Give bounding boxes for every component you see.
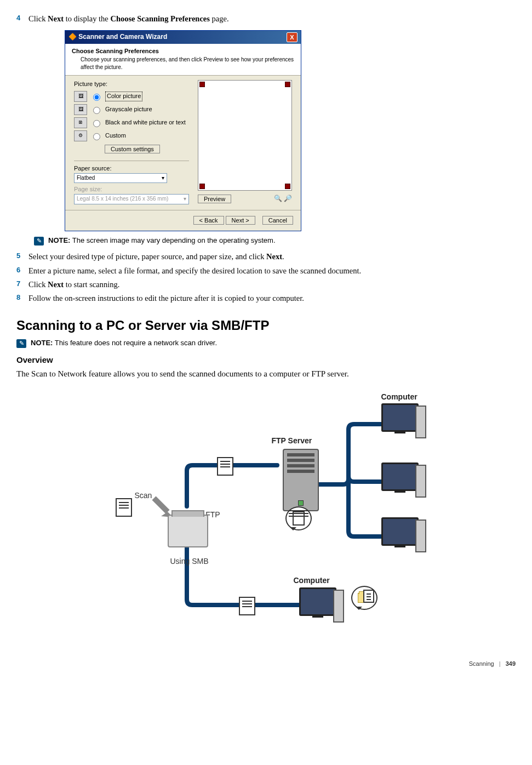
document-icon [293, 511, 305, 526]
label-computer-top: Computer [381, 391, 417, 402]
picture-type-label: Picture type: [74, 80, 189, 89]
page-footer: Scanning | 349 [16, 660, 516, 669]
computer-icon [299, 587, 344, 624]
step-number: 4 [16, 13, 28, 24]
computer-icon [381, 517, 426, 553]
label-computer-bottom: Computer [294, 575, 330, 586]
next-button[interactable]: Next > [226, 216, 255, 225]
network-diagram: Computer FTP Server Scan Using FTP Using… [91, 391, 442, 638]
paper-source-select[interactable]: Flatbed▾ [74, 173, 167, 184]
printer-icon [168, 515, 208, 547]
note-no-driver: ✎ NOTE: This feature does not require a … [16, 338, 516, 349]
note-icon: ✎ [34, 237, 44, 246]
section-heading: Scanning to a PC or Server via SMB/FTP [16, 316, 516, 335]
label-scan: Scan [135, 490, 152, 501]
preview-area [198, 80, 292, 191]
step-text: Click Next to display the Choose Scannin… [28, 13, 516, 25]
chevron-down-icon: ▾ [184, 195, 186, 203]
picture-color-icon: 🖼 [74, 91, 87, 102]
wizard-titlebar: 🔶 Scanner and Camera Wizard X [65, 31, 301, 44]
computer-icon [381, 403, 426, 439]
page-size-label: Page size: [74, 185, 189, 194]
document-icon [239, 597, 255, 615]
chevron-down-icon: ▾ [162, 174, 164, 182]
step-4: 4 Click Next to display the Choose Scann… [16, 13, 516, 25]
page-size-select: Legal 8.5 x 14 inches (216 x 356 mm)▾ [74, 194, 189, 204]
close-icon[interactable]: X [287, 32, 298, 42]
picture-custom-icon: ⚙ [74, 130, 87, 141]
picture-gray-icon: 🖼 [74, 104, 87, 115]
overview-heading: Overview [16, 354, 516, 366]
document-icon [116, 498, 132, 517]
step-6: 6 Enter a picture name, select a file fo… [16, 265, 516, 277]
wizard-dialog: 🔶 Scanner and Camera Wizard X Choose Sca… [65, 30, 301, 231]
preview-button[interactable]: Preview [198, 195, 231, 203]
note-os-vary: ✎ NOTE: The screen image may vary depend… [34, 236, 516, 246]
zoom-icons[interactable]: 🔍 🔎 [274, 194, 292, 203]
option-color[interactable]: 🖼 Color picture [74, 91, 189, 102]
wizard-header: Choose Scanning Preferences Choose your … [65, 44, 301, 76]
custom-settings-button[interactable]: Custom settings [105, 145, 160, 153]
note-icon: ✎ [16, 339, 26, 348]
option-grayscale[interactable]: 🖼 Grayscale picture [74, 104, 189, 115]
document-icon [363, 590, 374, 603]
picture-bw-icon: 🗎 [74, 117, 87, 128]
step-5: 5 Select your desired type of picture, p… [16, 251, 516, 262]
computer-icon [381, 463, 426, 499]
option-custom[interactable]: ⚙ Custom [74, 130, 189, 141]
back-button[interactable]: < Back [193, 216, 224, 225]
server-icon [283, 449, 319, 511]
option-bw[interactable]: 🗎 Black and white picture or text [74, 117, 189, 128]
speech-bubble [351, 586, 377, 610]
step-7: 7 Click Next to start scanning. [16, 279, 516, 290]
label-ftp-server: FTP Server [272, 435, 312, 446]
label-using-smb: Using SMB [170, 556, 209, 567]
speech-bubble [285, 506, 312, 530]
overview-text: The Scan to Network feature allows you t… [16, 368, 516, 380]
step-8: 8 Follow the on-screen instructions to e… [16, 293, 516, 304]
cancel-button[interactable]: Cancel [262, 216, 293, 225]
document-icon [217, 457, 233, 476]
paper-source-label: Paper source: [74, 164, 189, 173]
